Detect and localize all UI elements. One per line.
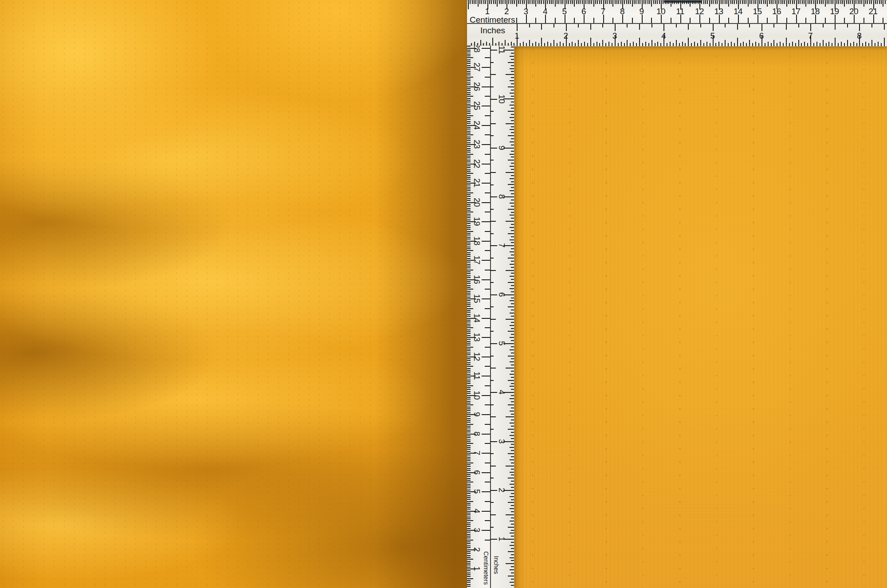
mm-tick bbox=[467, 157, 471, 158]
mm-tick bbox=[773, 0, 773, 4]
sixteenth-tick bbox=[511, 517, 514, 518]
cm-tick bbox=[482, 86, 490, 87]
mm-tick bbox=[467, 505, 471, 506]
mm-tick bbox=[883, 0, 883, 7]
mm-tick bbox=[467, 563, 471, 564]
mm-tick bbox=[467, 223, 471, 224]
sixteenth-tick bbox=[520, 43, 521, 46]
mm-tick bbox=[467, 331, 471, 332]
mm-tick bbox=[467, 362, 471, 363]
mm-tick bbox=[861, 0, 862, 4]
sixteenth-tick bbox=[511, 499, 514, 500]
mm-tick bbox=[688, 0, 689, 4]
inch-tick bbox=[490, 416, 496, 417]
mm-tick bbox=[748, 0, 749, 7]
sixteenth-tick bbox=[526, 43, 527, 46]
mm-tick bbox=[467, 293, 471, 294]
vertical-inches-label: Inches bbox=[493, 556, 499, 574]
sixteenth-tick bbox=[511, 572, 514, 573]
mm-tick bbox=[611, 0, 612, 4]
mm-tick bbox=[467, 329, 471, 330]
mm-tick bbox=[605, 0, 606, 4]
sixteenth-tick bbox=[718, 42, 719, 46]
v-cm-number: 20 bbox=[473, 197, 481, 206]
sixteenth-tick bbox=[508, 233, 514, 234]
sixteenth-tick bbox=[743, 42, 744, 46]
sixteenth-tick bbox=[508, 527, 514, 528]
mm-tick bbox=[838, 0, 839, 4]
cm-tick bbox=[482, 144, 490, 145]
sixteenth-tick bbox=[590, 38, 591, 46]
cm-tick bbox=[485, 154, 490, 155]
mm-tick bbox=[805, 0, 806, 7]
mm-tick bbox=[467, 69, 471, 70]
cm-tick bbox=[485, 192, 490, 193]
sixteenth-tick bbox=[813, 43, 814, 46]
mm-tick bbox=[588, 0, 589, 4]
cm-tick bbox=[690, 18, 691, 23]
mm-tick bbox=[467, 138, 471, 139]
mm-tick bbox=[549, 0, 550, 4]
mm-tick bbox=[543, 0, 544, 4]
mm-tick bbox=[530, 0, 530, 4]
mm-tick bbox=[599, 0, 600, 4]
mm-tick bbox=[869, 0, 870, 4]
mm-tick bbox=[467, 443, 473, 444]
inch-tick bbox=[786, 24, 787, 30]
inch-tick bbox=[490, 74, 496, 75]
cm-tick bbox=[485, 385, 490, 386]
sixteenth-tick bbox=[510, 508, 514, 509]
mm-tick bbox=[467, 501, 473, 502]
mm-tick bbox=[467, 51, 471, 52]
sixteenth-tick bbox=[511, 346, 514, 347]
mm-tick bbox=[467, 127, 471, 128]
mm-tick bbox=[561, 0, 561, 4]
mm-tick bbox=[467, 94, 471, 95]
mm-tick bbox=[782, 0, 783, 4]
mm-tick bbox=[467, 463, 473, 463]
mm-tick bbox=[572, 0, 573, 4]
sixteenth-tick bbox=[841, 42, 842, 46]
mm-tick bbox=[467, 551, 471, 552]
mm-tick bbox=[467, 281, 471, 282]
cm-tick bbox=[516, 18, 517, 23]
mm-tick bbox=[467, 408, 471, 409]
cm-tick bbox=[482, 48, 490, 49]
mm-tick bbox=[467, 217, 471, 218]
cm-tick bbox=[482, 357, 490, 357]
sixteenth-tick bbox=[511, 230, 514, 231]
sixteenth-tick bbox=[511, 377, 514, 378]
mm-tick bbox=[767, 0, 768, 7]
mm-tick bbox=[467, 131, 471, 132]
sixteenth-tick bbox=[685, 43, 686, 46]
h-inch-number: 4 bbox=[661, 31, 666, 40]
inch-tick bbox=[490, 62, 494, 63]
mm-tick bbox=[467, 175, 471, 176]
mm-tick bbox=[467, 364, 471, 365]
sixteenth-tick bbox=[508, 135, 514, 136]
mm-tick bbox=[467, 150, 471, 151]
mm-tick bbox=[467, 422, 471, 423]
sixteenth-tick bbox=[697, 43, 698, 46]
mm-tick bbox=[765, 0, 766, 4]
mm-tick bbox=[467, 580, 471, 581]
mm-tick bbox=[467, 252, 471, 253]
mm-tick bbox=[467, 204, 471, 205]
mm-tick bbox=[467, 407, 471, 408]
mm-tick bbox=[467, 584, 471, 585]
mm-tick bbox=[467, 316, 471, 317]
sixteenth-tick bbox=[510, 300, 514, 301]
mm-tick bbox=[616, 0, 617, 4]
sixteenth-tick bbox=[780, 42, 781, 46]
mm-tick bbox=[576, 0, 577, 4]
mm-tick bbox=[467, 464, 471, 465]
sixteenth-tick bbox=[777, 43, 777, 46]
sixteenth-tick bbox=[511, 71, 514, 72]
mm-tick bbox=[467, 229, 471, 230]
mm-tick bbox=[467, 460, 471, 461]
sixteenth-tick bbox=[508, 258, 514, 259]
cm-tick bbox=[485, 327, 490, 328]
sixteenth-tick bbox=[538, 43, 539, 46]
sixteenth-tick bbox=[505, 40, 506, 46]
cm-tick bbox=[485, 308, 490, 309]
